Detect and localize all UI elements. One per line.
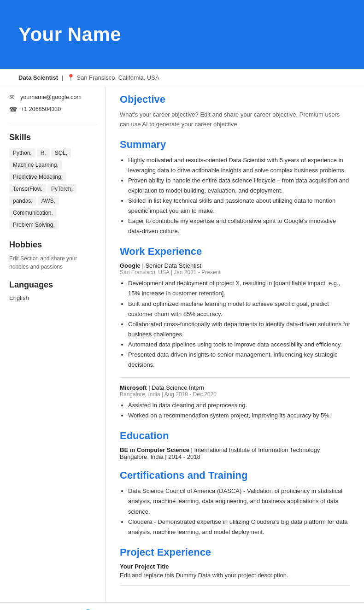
certifications-list: Data Science Council of America (DASCA) … <box>120 486 350 537</box>
cert-item: Cloudera - Demonstrated expertise in uti… <box>128 517 350 537</box>
work-meta-microsoft: Bangalore, India | Aug 2018 - Dec 2020 <box>120 391 350 398</box>
work-experience-title: Work Experience <box>120 246 350 258</box>
separator: | <box>62 74 63 81</box>
work-item: Presented data-driven insights to senior… <box>128 350 350 370</box>
work-experience-section: Work Experience Google | Senior Data Sci… <box>120 246 350 421</box>
education-section: Education BE in Computer Science | Inter… <box>120 430 350 460</box>
summary-item: Highly motivated and results-oriented Da… <box>128 155 350 176</box>
skill-tag: Predictive Modeling, <box>9 172 66 182</box>
email-icon: ✉ <box>9 94 17 101</box>
work-item: Worked on a recommendation system projec… <box>128 411 350 421</box>
skill-tag: R, <box>37 148 50 158</box>
skills-section: Skills Python,R,SQL,Machine Learning,Pre… <box>9 133 96 231</box>
main-layout: ✉ yourname@google.com ☎ +1 2068504330 Sk… <box>0 86 364 602</box>
summary-section: Summary Highly motivated and results-ori… <box>120 139 350 237</box>
skill-tag: Machine Learning, <box>9 160 62 170</box>
projects-section: Project Experience Your Project Title Ed… <box>120 546 350 586</box>
company-name-google: Google <box>120 262 141 269</box>
objective-text: What's your career objective? Edit and s… <box>120 110 350 129</box>
skill-tag: PyTorch, <box>47 184 76 194</box>
work-item: Development and deployment of project X,… <box>128 278 350 299</box>
location-text: San Fransisco, California, USA <box>76 74 159 81</box>
objective-section: Objective What's your career objective? … <box>120 94 350 129</box>
summary-item: Skilled in list key technical skills and… <box>128 196 350 216</box>
job-title: Data Scientist <box>18 74 58 81</box>
phone-item: ☎ +1 2068504330 <box>9 106 96 113</box>
work-list-microsoft: Assisted in data cleaning and preprocess… <box>120 400 350 421</box>
sidebar: ✉ yourname@google.com ☎ +1 2068504330 Sk… <box>0 86 106 602</box>
company-google: Google | Senior Data Scientist <box>120 262 350 269</box>
work-list-google: Development and deployment of project X,… <box>120 278 350 370</box>
skill-tag: Python, <box>9 148 35 158</box>
education-meta: Bangalore, India | 2014 - 2018 <box>120 453 350 460</box>
hobbies-text: Edit Section and share your hobbies and … <box>9 254 96 271</box>
cert-item: Data Science Council of America (DASCA) … <box>128 486 350 516</box>
work-entry-microsoft: Microsoft | Data Science Intern Bangalor… <box>120 384 350 421</box>
skills-title: Skills <box>9 133 96 142</box>
institution-text: | International Institute of Information… <box>191 446 320 453</box>
hobbies-title: Hobbies <box>9 240 96 250</box>
company-microsoft: Microsoft | Data Science Intern <box>120 384 350 391</box>
skill-tag: Problem Solving, <box>9 220 59 229</box>
work-item: Assisted in data cleaning and preprocess… <box>128 400 350 411</box>
sub-header: Data Scientist | 📍 San Fransisco, Califo… <box>0 69 364 86</box>
email-value: yourname@google.com <box>20 94 82 100</box>
role-microsoft: | Data Science Intern <box>148 384 204 391</box>
skill-tag: pandas, <box>9 196 36 205</box>
summary-title: Summary <box>120 139 350 152</box>
summary-list: Highly motivated and results-oriented Da… <box>120 155 350 237</box>
projects-title: Project Experience <box>120 546 350 559</box>
header: Your Name <box>0 0 364 69</box>
phone-icon: ☎ <box>9 106 17 113</box>
degree-text: BE in Computer Science <box>120 446 189 453</box>
language-english: English <box>9 294 96 301</box>
work-meta-google: San Fransisco, USA | Jan 2021 - Present <box>120 269 350 276</box>
work-item: Automated data pipelines using tools to … <box>128 340 350 350</box>
content: Objective What's your career objective? … <box>106 86 364 602</box>
education-title: Education <box>120 430 350 443</box>
project-description: Edit and replace this Dummy Data with yo… <box>120 572 350 579</box>
skills-list: Python,R,SQL,Machine Learning,Predictive… <box>9 147 96 231</box>
project-divider <box>120 585 350 586</box>
certifications-title: Certifications and Training <box>120 469 350 482</box>
header-name: Your Name <box>18 23 121 46</box>
phone-value: +1 2068504330 <box>21 106 61 112</box>
objective-title: Objective <box>120 94 350 106</box>
languages-title: Languages <box>9 280 96 290</box>
hobbies-section: Hobbies Edit Section and share your hobb… <box>9 240 96 271</box>
work-item: Collaborated cross-functionally with dep… <box>128 319 350 340</box>
footer: 🌐 www.yourwebsite.com in https://www.lin… <box>0 602 364 610</box>
role-google: | Senior Data Scientist <box>142 262 201 269</box>
certifications-section: Certifications and Training Data Science… <box>120 469 350 537</box>
location-icon: 📍 <box>67 74 75 81</box>
work-entry-google: Google | Senior Data Scientist San Frans… <box>120 262 350 370</box>
languages-section: Languages English <box>9 280 96 301</box>
email-item: ✉ yourname@google.com <box>9 94 96 101</box>
skill-tag: Communication, <box>9 208 57 217</box>
location: 📍 San Fransisco, California, USA <box>67 74 159 81</box>
skill-tag: TensorFlow, <box>9 184 46 194</box>
skill-tag: AWS, <box>38 196 59 205</box>
summary-item: Eager to contribute my expertise and col… <box>128 216 350 236</box>
work-item: Built and optimized machine learning mod… <box>128 299 350 319</box>
project-title-label: Your Project Title <box>120 563 350 570</box>
company-name-microsoft: Microsoft <box>120 384 147 391</box>
summary-item: Proven ability to handle the entire data… <box>128 176 350 196</box>
contact-section: ✉ yourname@google.com ☎ +1 2068504330 <box>9 94 96 125</box>
skill-tag: SQL, <box>51 148 71 158</box>
education-degree: BE in Computer Science | International I… <box>120 446 350 453</box>
work-divider <box>120 377 350 378</box>
